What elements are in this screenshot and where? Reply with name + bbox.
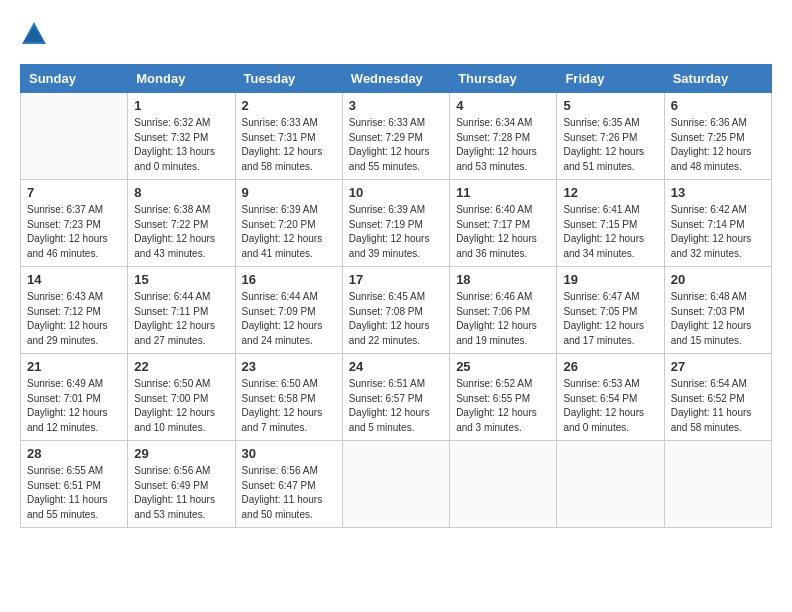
day-number: 24 xyxy=(349,359,443,374)
logo-icon xyxy=(20,20,48,48)
day-number: 15 xyxy=(134,272,228,287)
day-info: Sunrise: 6:56 AM Sunset: 6:49 PM Dayligh… xyxy=(134,464,228,522)
day-number: 28 xyxy=(27,446,121,461)
calendar-cell: 24Sunrise: 6:51 AM Sunset: 6:57 PM Dayli… xyxy=(342,354,449,441)
day-number: 14 xyxy=(27,272,121,287)
day-info: Sunrise: 6:38 AM Sunset: 7:22 PM Dayligh… xyxy=(134,203,228,261)
day-number: 3 xyxy=(349,98,443,113)
day-of-week-header: Wednesday xyxy=(342,65,449,93)
calendar-cell: 15Sunrise: 6:44 AM Sunset: 7:11 PM Dayli… xyxy=(128,267,235,354)
day-number: 12 xyxy=(563,185,657,200)
calendar-cell: 16Sunrise: 6:44 AM Sunset: 7:09 PM Dayli… xyxy=(235,267,342,354)
day-of-week-header: Saturday xyxy=(664,65,771,93)
calendar-table: SundayMondayTuesdayWednesdayThursdayFrid… xyxy=(20,64,772,528)
calendar-cell xyxy=(21,93,128,180)
day-of-week-header: Tuesday xyxy=(235,65,342,93)
day-number: 10 xyxy=(349,185,443,200)
day-info: Sunrise: 6:32 AM Sunset: 7:32 PM Dayligh… xyxy=(134,116,228,174)
day-info: Sunrise: 6:39 AM Sunset: 7:20 PM Dayligh… xyxy=(242,203,336,261)
day-number: 2 xyxy=(242,98,336,113)
day-info: Sunrise: 6:54 AM Sunset: 6:52 PM Dayligh… xyxy=(671,377,765,435)
day-number: 5 xyxy=(563,98,657,113)
day-number: 16 xyxy=(242,272,336,287)
day-number: 25 xyxy=(456,359,550,374)
calendar-cell xyxy=(342,441,449,528)
page-header xyxy=(20,20,772,48)
day-of-week-header: Monday xyxy=(128,65,235,93)
day-number: 11 xyxy=(456,185,550,200)
calendar-header-row: SundayMondayTuesdayWednesdayThursdayFrid… xyxy=(21,65,772,93)
svg-marker-1 xyxy=(24,26,44,42)
day-info: Sunrise: 6:43 AM Sunset: 7:12 PM Dayligh… xyxy=(27,290,121,348)
day-info: Sunrise: 6:33 AM Sunset: 7:31 PM Dayligh… xyxy=(242,116,336,174)
calendar-cell: 21Sunrise: 6:49 AM Sunset: 7:01 PM Dayli… xyxy=(21,354,128,441)
day-info: Sunrise: 6:52 AM Sunset: 6:55 PM Dayligh… xyxy=(456,377,550,435)
calendar-cell: 20Sunrise: 6:48 AM Sunset: 7:03 PM Dayli… xyxy=(664,267,771,354)
day-info: Sunrise: 6:49 AM Sunset: 7:01 PM Dayligh… xyxy=(27,377,121,435)
day-of-week-header: Thursday xyxy=(450,65,557,93)
day-info: Sunrise: 6:36 AM Sunset: 7:25 PM Dayligh… xyxy=(671,116,765,174)
day-info: Sunrise: 6:44 AM Sunset: 7:11 PM Dayligh… xyxy=(134,290,228,348)
day-info: Sunrise: 6:50 AM Sunset: 6:58 PM Dayligh… xyxy=(242,377,336,435)
day-info: Sunrise: 6:56 AM Sunset: 6:47 PM Dayligh… xyxy=(242,464,336,522)
calendar-cell xyxy=(557,441,664,528)
day-number: 6 xyxy=(671,98,765,113)
calendar-week-row: 7Sunrise: 6:37 AM Sunset: 7:23 PM Daylig… xyxy=(21,180,772,267)
day-info: Sunrise: 6:48 AM Sunset: 7:03 PM Dayligh… xyxy=(671,290,765,348)
day-info: Sunrise: 6:55 AM Sunset: 6:51 PM Dayligh… xyxy=(27,464,121,522)
calendar-cell: 6Sunrise: 6:36 AM Sunset: 7:25 PM Daylig… xyxy=(664,93,771,180)
day-number: 13 xyxy=(671,185,765,200)
day-info: Sunrise: 6:42 AM Sunset: 7:14 PM Dayligh… xyxy=(671,203,765,261)
calendar-cell: 8Sunrise: 6:38 AM Sunset: 7:22 PM Daylig… xyxy=(128,180,235,267)
calendar-cell: 25Sunrise: 6:52 AM Sunset: 6:55 PM Dayli… xyxy=(450,354,557,441)
day-info: Sunrise: 6:33 AM Sunset: 7:29 PM Dayligh… xyxy=(349,116,443,174)
day-info: Sunrise: 6:40 AM Sunset: 7:17 PM Dayligh… xyxy=(456,203,550,261)
calendar-cell: 30Sunrise: 6:56 AM Sunset: 6:47 PM Dayli… xyxy=(235,441,342,528)
calendar-cell: 18Sunrise: 6:46 AM Sunset: 7:06 PM Dayli… xyxy=(450,267,557,354)
calendar-cell: 4Sunrise: 6:34 AM Sunset: 7:28 PM Daylig… xyxy=(450,93,557,180)
day-number: 7 xyxy=(27,185,121,200)
day-number: 19 xyxy=(563,272,657,287)
calendar-cell: 2Sunrise: 6:33 AM Sunset: 7:31 PM Daylig… xyxy=(235,93,342,180)
day-number: 22 xyxy=(134,359,228,374)
day-number: 8 xyxy=(134,185,228,200)
day-number: 29 xyxy=(134,446,228,461)
day-number: 26 xyxy=(563,359,657,374)
calendar-cell: 10Sunrise: 6:39 AM Sunset: 7:19 PM Dayli… xyxy=(342,180,449,267)
day-number: 18 xyxy=(456,272,550,287)
day-info: Sunrise: 6:41 AM Sunset: 7:15 PM Dayligh… xyxy=(563,203,657,261)
day-info: Sunrise: 6:51 AM Sunset: 6:57 PM Dayligh… xyxy=(349,377,443,435)
calendar-cell: 7Sunrise: 6:37 AM Sunset: 7:23 PM Daylig… xyxy=(21,180,128,267)
day-info: Sunrise: 6:45 AM Sunset: 7:08 PM Dayligh… xyxy=(349,290,443,348)
day-number: 20 xyxy=(671,272,765,287)
calendar-cell: 5Sunrise: 6:35 AM Sunset: 7:26 PM Daylig… xyxy=(557,93,664,180)
calendar-week-row: 21Sunrise: 6:49 AM Sunset: 7:01 PM Dayli… xyxy=(21,354,772,441)
calendar-cell: 1Sunrise: 6:32 AM Sunset: 7:32 PM Daylig… xyxy=(128,93,235,180)
day-number: 9 xyxy=(242,185,336,200)
calendar-cell: 17Sunrise: 6:45 AM Sunset: 7:08 PM Dayli… xyxy=(342,267,449,354)
calendar-week-row: 14Sunrise: 6:43 AM Sunset: 7:12 PM Dayli… xyxy=(21,267,772,354)
calendar-cell xyxy=(664,441,771,528)
calendar-cell: 19Sunrise: 6:47 AM Sunset: 7:05 PM Dayli… xyxy=(557,267,664,354)
day-number: 21 xyxy=(27,359,121,374)
calendar-cell: 26Sunrise: 6:53 AM Sunset: 6:54 PM Dayli… xyxy=(557,354,664,441)
day-of-week-header: Friday xyxy=(557,65,664,93)
calendar-cell: 14Sunrise: 6:43 AM Sunset: 7:12 PM Dayli… xyxy=(21,267,128,354)
day-number: 27 xyxy=(671,359,765,374)
day-of-week-header: Sunday xyxy=(21,65,128,93)
day-info: Sunrise: 6:50 AM Sunset: 7:00 PM Dayligh… xyxy=(134,377,228,435)
day-info: Sunrise: 6:53 AM Sunset: 6:54 PM Dayligh… xyxy=(563,377,657,435)
day-info: Sunrise: 6:34 AM Sunset: 7:28 PM Dayligh… xyxy=(456,116,550,174)
day-number: 1 xyxy=(134,98,228,113)
day-number: 30 xyxy=(242,446,336,461)
calendar-cell: 29Sunrise: 6:56 AM Sunset: 6:49 PM Dayli… xyxy=(128,441,235,528)
calendar-cell: 13Sunrise: 6:42 AM Sunset: 7:14 PM Dayli… xyxy=(664,180,771,267)
day-info: Sunrise: 6:46 AM Sunset: 7:06 PM Dayligh… xyxy=(456,290,550,348)
day-info: Sunrise: 6:47 AM Sunset: 7:05 PM Dayligh… xyxy=(563,290,657,348)
calendar-cell: 22Sunrise: 6:50 AM Sunset: 7:00 PM Dayli… xyxy=(128,354,235,441)
calendar-cell: 27Sunrise: 6:54 AM Sunset: 6:52 PM Dayli… xyxy=(664,354,771,441)
calendar-cell: 9Sunrise: 6:39 AM Sunset: 7:20 PM Daylig… xyxy=(235,180,342,267)
calendar-cell xyxy=(450,441,557,528)
calendar-cell: 11Sunrise: 6:40 AM Sunset: 7:17 PM Dayli… xyxy=(450,180,557,267)
day-info: Sunrise: 6:37 AM Sunset: 7:23 PM Dayligh… xyxy=(27,203,121,261)
